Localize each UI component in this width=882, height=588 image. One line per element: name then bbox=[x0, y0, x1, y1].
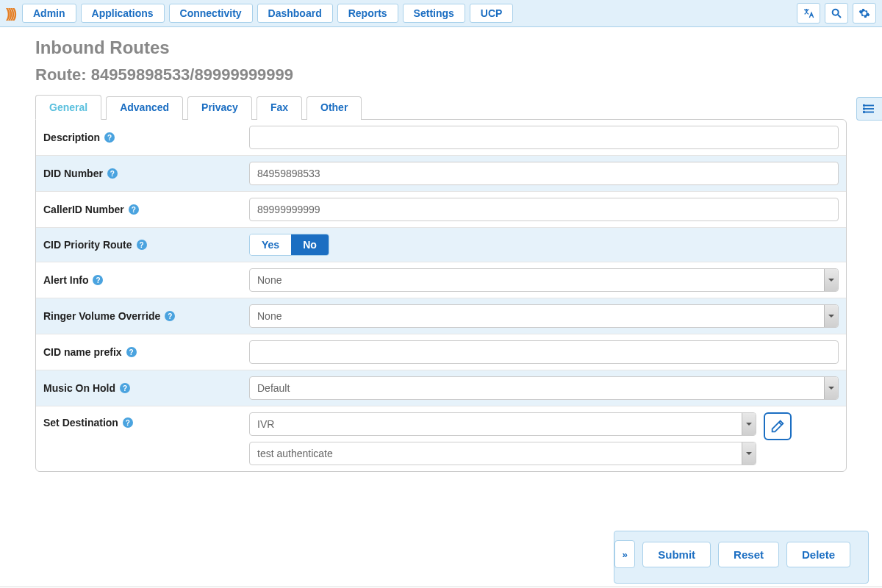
help-icon[interactable]: ? bbox=[165, 311, 175, 321]
row-cid-prefix: CID name prefix? bbox=[36, 334, 846, 370]
tab-fax[interactable]: Fax bbox=[257, 96, 302, 120]
row-cid-priority: CID Priority Route? Yes No bbox=[36, 228, 846, 262]
row-set-destination: Set Destination? IVR test authenticate bbox=[36, 406, 846, 471]
page-title: Inbound Routes bbox=[35, 37, 847, 58]
tab-general[interactable]: General bbox=[35, 95, 101, 120]
delete-button[interactable]: Delete bbox=[786, 542, 850, 567]
svg-point-5 bbox=[864, 105, 865, 107]
side-list-toggle[interactable] bbox=[856, 97, 882, 121]
edit-destination-icon[interactable] bbox=[764, 412, 792, 440]
callerid-number-input[interactable] bbox=[249, 198, 839, 221]
did-number-input[interactable] bbox=[249, 162, 839, 185]
nav-ucp[interactable]: UCP bbox=[470, 4, 514, 23]
nav-settings[interactable]: Settings bbox=[403, 4, 465, 23]
action-button-bar: » Submit Reset Delete bbox=[614, 531, 869, 584]
tab-row: General Advanced Privacy Fax Other bbox=[35, 95, 847, 120]
tab-advanced[interactable]: Advanced bbox=[106, 96, 183, 120]
nav-applications[interactable]: Applications bbox=[81, 4, 165, 23]
label-description: Description bbox=[43, 132, 100, 143]
label-cid-priority: CID Priority Route bbox=[43, 239, 132, 251]
row-ringer-volume: Ringer Volume Override? None bbox=[36, 298, 846, 334]
language-icon[interactable] bbox=[797, 3, 820, 24]
label-cid-prefix: CID name prefix bbox=[43, 346, 122, 358]
label-alert-info: Alert Info bbox=[43, 274, 88, 286]
help-icon[interactable]: ? bbox=[126, 347, 137, 357]
cid-priority-no[interactable]: No bbox=[291, 234, 329, 255]
nav-connectivity[interactable]: Connectivity bbox=[169, 4, 253, 23]
logo-icon: )))) bbox=[6, 6, 15, 21]
help-icon[interactable]: ? bbox=[137, 240, 147, 250]
top-navbar: )))) Admin Applications Connectivity Das… bbox=[0, 0, 882, 27]
submit-button[interactable]: Submit bbox=[642, 542, 711, 567]
gear-icon[interactable] bbox=[853, 3, 876, 24]
help-icon[interactable]: ? bbox=[120, 383, 130, 393]
help-icon[interactable]: ? bbox=[129, 204, 139, 215]
collapse-button[interactable]: » bbox=[614, 540, 635, 568]
cid-prefix-input[interactable] bbox=[249, 340, 839, 364]
row-description: Description? bbox=[36, 120, 846, 156]
nav-admin[interactable]: Admin bbox=[22, 4, 76, 23]
cid-priority-toggle: Yes No bbox=[249, 234, 329, 256]
nav-reports[interactable]: Reports bbox=[337, 4, 398, 23]
alert-info-select[interactable]: None bbox=[249, 268, 839, 292]
nav-dashboard[interactable]: Dashboard bbox=[257, 4, 333, 23]
row-callerid-number: CallerID Number? bbox=[36, 192, 846, 228]
help-icon[interactable]: ? bbox=[104, 132, 115, 143]
help-icon[interactable]: ? bbox=[123, 417, 133, 428]
tab-privacy[interactable]: Privacy bbox=[187, 96, 252, 120]
svg-line-1 bbox=[838, 15, 841, 18]
help-icon[interactable]: ? bbox=[107, 168, 118, 179]
label-moh: Music On Hold bbox=[43, 382, 115, 394]
destination-type-select[interactable]: IVR bbox=[249, 412, 756, 436]
label-ringer-vol: Ringer Volume Override bbox=[43, 310, 160, 322]
cid-priority-yes[interactable]: Yes bbox=[250, 234, 291, 255]
search-icon[interactable] bbox=[825, 3, 848, 24]
description-input[interactable] bbox=[249, 126, 839, 149]
row-alert-info: Alert Info? None bbox=[36, 262, 846, 298]
svg-point-6 bbox=[864, 108, 865, 110]
svg-point-0 bbox=[833, 10, 839, 15]
moh-select[interactable]: Default bbox=[249, 376, 839, 400]
row-did-number: DID Number? bbox=[36, 156, 846, 192]
route-title: Route: 84959898533/89999999999 bbox=[35, 65, 847, 85]
label-did: DID Number bbox=[43, 168, 103, 179]
help-icon[interactable]: ? bbox=[93, 275, 103, 285]
svg-point-7 bbox=[864, 112, 865, 113]
reset-button[interactable]: Reset bbox=[718, 542, 779, 567]
label-set-destination: Set Destination bbox=[43, 417, 118, 429]
label-callerid: CallerID Number bbox=[43, 204, 124, 215]
form-panel: Description? DID Number? CallerID Number… bbox=[35, 119, 847, 472]
tab-other[interactable]: Other bbox=[306, 96, 362, 120]
destination-value-select[interactable]: test authenticate bbox=[249, 442, 756, 465]
row-music-on-hold: Music On Hold? Default bbox=[36, 370, 846, 406]
ringer-volume-select[interactable]: None bbox=[249, 304, 839, 328]
